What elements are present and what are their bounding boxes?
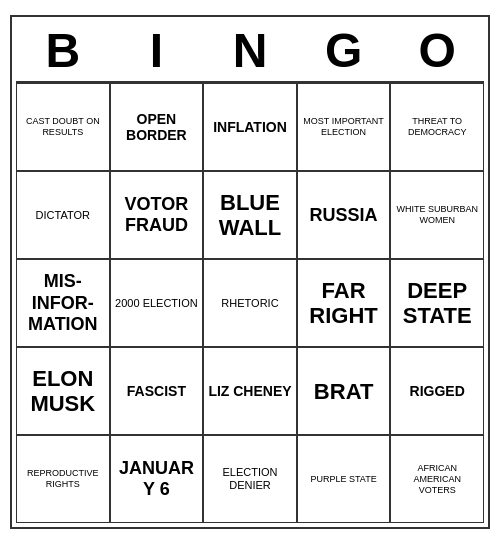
cell-text: JANUARY 6 (115, 458, 199, 501)
header-letter: B (16, 21, 110, 82)
bingo-cell[interactable]: RUSSIA (297, 171, 391, 259)
bingo-cell[interactable]: FASCIST (110, 347, 204, 435)
cell-text: BRAT (302, 379, 386, 404)
bingo-cell[interactable]: DICTATOR (16, 171, 110, 259)
cell-text: BLUE WALL (208, 190, 292, 241)
cell-text: LIZ CHENEY (208, 383, 292, 400)
header-letter: O (390, 21, 484, 82)
cell-text: DEEP STATE (395, 278, 479, 329)
cell-text: RHETORIC (208, 297, 292, 311)
bingo-cell[interactable]: MOST IMPORTANT ELECTION (297, 83, 391, 171)
bingo-cell[interactable]: RIGGED (390, 347, 484, 435)
cell-text: MOST IMPORTANT ELECTION (302, 116, 386, 139)
cell-text: OPEN BORDER (115, 111, 199, 145)
bingo-cell[interactable]: BRAT (297, 347, 391, 435)
bingo-cell[interactable]: PURPLE STATE (297, 435, 391, 523)
cell-text: MIS-INFOR-MATION (21, 271, 105, 336)
cell-text: VOTOR FRAUD (115, 194, 199, 237)
cell-text: ELECTION DENIER (208, 466, 292, 494)
cell-text: FASCIST (115, 383, 199, 400)
bingo-cell[interactable]: MIS-INFOR-MATION (16, 259, 110, 347)
bingo-cell[interactable]: JANUARY 6 (110, 435, 204, 523)
cell-text: RUSSIA (302, 205, 386, 227)
cell-text: FAR RIGHT (302, 278, 386, 329)
cell-text: REPRODUCTIVE RIGHTS (21, 468, 105, 491)
bingo-cell[interactable]: CAST DOUBT ON RESULTS (16, 83, 110, 171)
bingo-cell[interactable]: INFLATION (203, 83, 297, 171)
bingo-card: BINGO CAST DOUBT ON RESULTSOPEN BORDERIN… (10, 15, 490, 530)
bingo-cell[interactable]: WHITE SUBURBAN WOMEN (390, 171, 484, 259)
bingo-cell[interactable]: OPEN BORDER (110, 83, 204, 171)
cell-text: ELON MUSK (21, 366, 105, 417)
bingo-cell[interactable]: REPRODUCTIVE RIGHTS (16, 435, 110, 523)
bingo-cell[interactable]: RHETORIC (203, 259, 297, 347)
bingo-cell[interactable]: ELON MUSK (16, 347, 110, 435)
bingo-cell[interactable]: AFRICAN AMERICAN VOTERS (390, 435, 484, 523)
bingo-cell[interactable]: 2000 ELECTION (110, 259, 204, 347)
bingo-header: BINGO (16, 21, 484, 82)
header-letter: N (203, 21, 297, 82)
header-letter: I (110, 21, 204, 82)
cell-text: 2000 ELECTION (115, 297, 199, 311)
header-letter: G (297, 21, 391, 82)
cell-text: CAST DOUBT ON RESULTS (21, 116, 105, 139)
cell-text: RIGGED (395, 383, 479, 400)
cell-text: PURPLE STATE (302, 474, 386, 485)
bingo-cell[interactable]: DEEP STATE (390, 259, 484, 347)
bingo-cell[interactable]: LIZ CHENEY (203, 347, 297, 435)
cell-text: DICTATOR (21, 209, 105, 223)
bingo-grid: CAST DOUBT ON RESULTSOPEN BORDERINFLATIO… (16, 81, 484, 523)
bingo-cell[interactable]: FAR RIGHT (297, 259, 391, 347)
bingo-cell[interactable]: THREAT TO DEMOCRACY (390, 83, 484, 171)
bingo-cell[interactable]: VOTOR FRAUD (110, 171, 204, 259)
cell-text: AFRICAN AMERICAN VOTERS (395, 463, 479, 497)
cell-text: WHITE SUBURBAN WOMEN (395, 204, 479, 227)
bingo-cell[interactable]: BLUE WALL (203, 171, 297, 259)
cell-text: THREAT TO DEMOCRACY (395, 116, 479, 139)
cell-text: INFLATION (208, 119, 292, 136)
bingo-cell[interactable]: ELECTION DENIER (203, 435, 297, 523)
